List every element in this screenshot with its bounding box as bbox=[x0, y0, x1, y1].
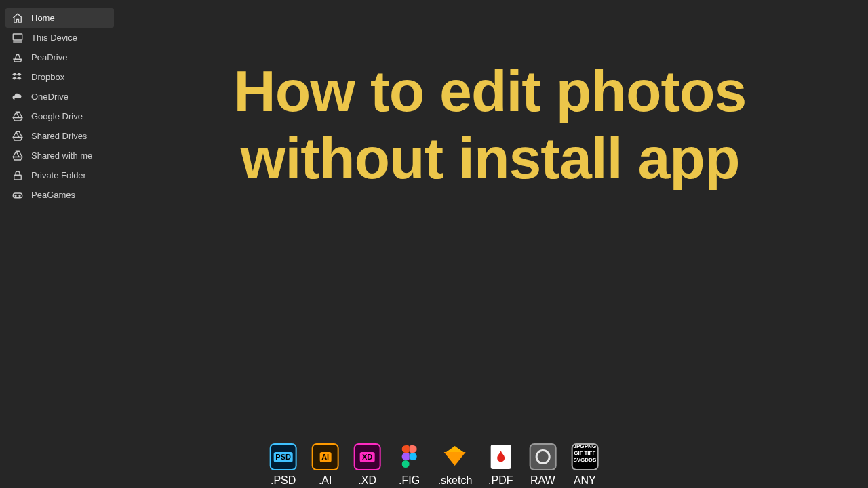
sidebar-item-shared-with-me[interactable]: Shared with me bbox=[5, 146, 114, 165]
sidebar-item-label: PeaDrive bbox=[31, 52, 67, 62]
shared-drives-icon bbox=[11, 129, 24, 143]
format-bar: PSD .PSD Ai .AI XD .XD .FIG .sketch bbox=[270, 443, 599, 487]
format-pdf[interactable]: .PDF bbox=[487, 443, 514, 487]
format-fig[interactable]: .FIG bbox=[396, 443, 423, 487]
format-label: .PSD bbox=[271, 474, 296, 487]
format-any[interactable]: JPGPNG GIFTIFF SVGDDS ... ANY bbox=[571, 443, 598, 487]
format-label: .XD bbox=[358, 474, 376, 487]
format-raw[interactable]: RAW bbox=[529, 443, 556, 487]
headline-text: How to edit photos without install app bbox=[125, 58, 854, 192]
format-label: .FIG bbox=[399, 474, 420, 487]
sidebar-item-label: Home bbox=[31, 13, 55, 23]
format-label: .AI bbox=[319, 474, 332, 487]
monitor-icon bbox=[11, 31, 24, 45]
shared-with-me-icon bbox=[11, 149, 24, 163]
sidebar-item-google-drive[interactable]: Google Drive bbox=[5, 106, 114, 126]
gamepad-icon bbox=[11, 188, 24, 202]
sidebar-item-onedrive[interactable]: OneDrive bbox=[5, 87, 114, 106]
svg-rect-1 bbox=[14, 175, 22, 180]
home-icon bbox=[11, 12, 24, 25]
sidebar-item-peadrive[interactable]: PeaDrive bbox=[5, 47, 114, 67]
format-sketch[interactable]: .sketch bbox=[438, 443, 473, 487]
dropbox-icon bbox=[11, 70, 24, 84]
any-icon: JPGPNG GIFTIFF SVGDDS ... bbox=[571, 443, 598, 470]
format-label: .PDF bbox=[488, 474, 513, 487]
camera-icon bbox=[529, 443, 556, 470]
sidebar-item-label: Dropbox bbox=[31, 72, 64, 82]
sidebar-item-label: Shared Drives bbox=[31, 131, 87, 141]
svg-point-4 bbox=[19, 195, 20, 196]
sidebar-item-this-device[interactable]: This Device bbox=[5, 28, 114, 47]
format-psd[interactable]: PSD .PSD bbox=[270, 443, 297, 487]
sidebar-item-peagames[interactable]: PeaGames bbox=[5, 185, 114, 205]
svg-rect-2 bbox=[13, 193, 22, 198]
format-label: RAW bbox=[530, 474, 555, 487]
svg-rect-0 bbox=[13, 34, 22, 40]
sidebar: Home This Device PeaDrive Dropbox OneDri… bbox=[5, 8, 114, 205]
onedrive-icon bbox=[11, 90, 24, 104]
sketch-icon bbox=[441, 443, 469, 470]
format-xd[interactable]: XD .XD bbox=[354, 443, 381, 487]
ai-icon: Ai bbox=[312, 443, 339, 470]
format-label: .sketch bbox=[438, 474, 473, 487]
pdf-icon bbox=[487, 443, 514, 470]
svg-point-3 bbox=[15, 195, 16, 196]
google-drive-icon bbox=[11, 110, 24, 123]
sidebar-item-home[interactable]: Home bbox=[5, 8, 114, 28]
format-ai[interactable]: Ai .AI bbox=[312, 443, 339, 487]
sidebar-item-dropbox[interactable]: Dropbox bbox=[5, 67, 114, 87]
sidebar-item-label: OneDrive bbox=[31, 92, 68, 102]
sidebar-item-label: Shared with me bbox=[31, 150, 92, 161]
psd-icon: PSD bbox=[270, 443, 297, 470]
sidebar-item-label: Google Drive bbox=[31, 111, 83, 121]
peadrive-icon bbox=[11, 51, 24, 64]
figma-icon bbox=[396, 443, 423, 470]
format-label: ANY bbox=[574, 474, 596, 487]
sidebar-item-shared-drives[interactable]: Shared Drives bbox=[5, 126, 114, 146]
lock-icon bbox=[11, 169, 24, 182]
xd-icon: XD bbox=[354, 443, 381, 470]
sidebar-item-private-folder[interactable]: Private Folder bbox=[5, 165, 114, 185]
sidebar-item-label: Private Folder bbox=[31, 170, 86, 180]
sidebar-item-label: PeaGames bbox=[31, 190, 75, 200]
sidebar-item-label: This Device bbox=[31, 33, 77, 43]
